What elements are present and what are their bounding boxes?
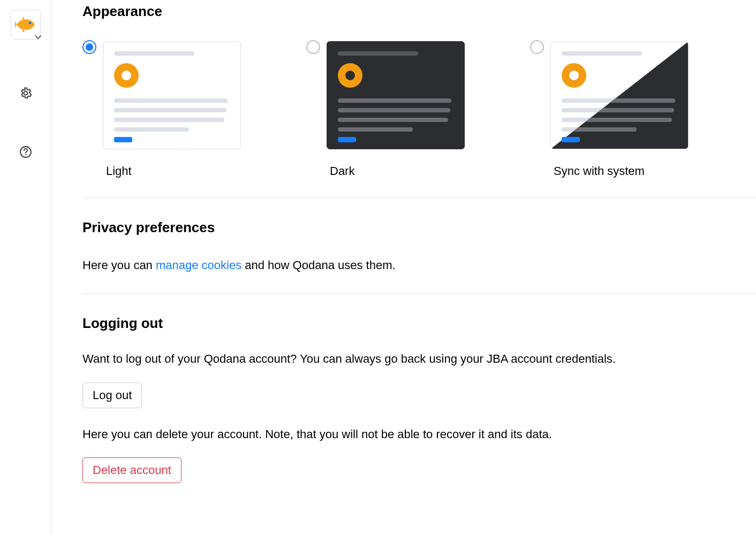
- logging-section: Logging out Want to log out of your Qoda…: [82, 315, 756, 484]
- privacy-text-after: and how Qodana uses them.: [241, 258, 395, 272]
- theme-option-dark[interactable]: Dark: [306, 41, 465, 178]
- svg-point-2: [25, 154, 26, 155]
- privacy-text: Here you can manage cookies and how Qoda…: [82, 257, 756, 274]
- logout-button[interactable]: Log out: [82, 383, 142, 408]
- theme-option-sync[interactable]: Sync with system: [530, 41, 689, 178]
- theme-preview-dark: [327, 41, 465, 149]
- theme-label-light: Light: [106, 164, 241, 178]
- theme-radio-light[interactable]: [82, 40, 96, 54]
- chevron-down-icon: [34, 33, 42, 41]
- gear-icon: [19, 87, 32, 100]
- privacy-section: Privacy preferences Here you can manage …: [82, 219, 756, 274]
- divider: [82, 197, 756, 198]
- appearance-section: Appearance Light: [82, 3, 756, 178]
- theme-radio-dark[interactable]: [306, 40, 320, 54]
- delete-description: Here you can delete your account. Note, …: [82, 426, 756, 443]
- sidebar: [0, 0, 51, 535]
- logging-heading: Logging out: [82, 315, 756, 332]
- appearance-heading: Appearance: [82, 3, 756, 20]
- theme-label-sync: Sync with system: [554, 164, 689, 178]
- divider: [82, 293, 756, 294]
- theme-option-light[interactable]: Light: [82, 41, 241, 178]
- help-icon: [19, 146, 32, 158]
- fish-icon: [15, 17, 36, 33]
- account-avatar[interactable]: [11, 10, 41, 40]
- theme-label-dark: Dark: [330, 164, 465, 178]
- svg-point-0: [28, 22, 31, 24]
- theme-preview-sync: [550, 41, 689, 149]
- privacy-text-before: Here you can: [82, 258, 156, 272]
- logout-description: Want to log out of your Qodana account? …: [82, 351, 756, 368]
- delete-account-button[interactable]: Delete account: [82, 457, 182, 483]
- manage-cookies-link[interactable]: manage cookies: [156, 258, 241, 272]
- help-nav[interactable]: [19, 146, 32, 158]
- main-content: Appearance Light: [51, 0, 756, 535]
- privacy-heading: Privacy preferences: [82, 219, 756, 236]
- theme-preview-light: [103, 41, 241, 149]
- settings-nav[interactable]: [19, 87, 32, 100]
- theme-radio-sync[interactable]: [530, 40, 544, 54]
